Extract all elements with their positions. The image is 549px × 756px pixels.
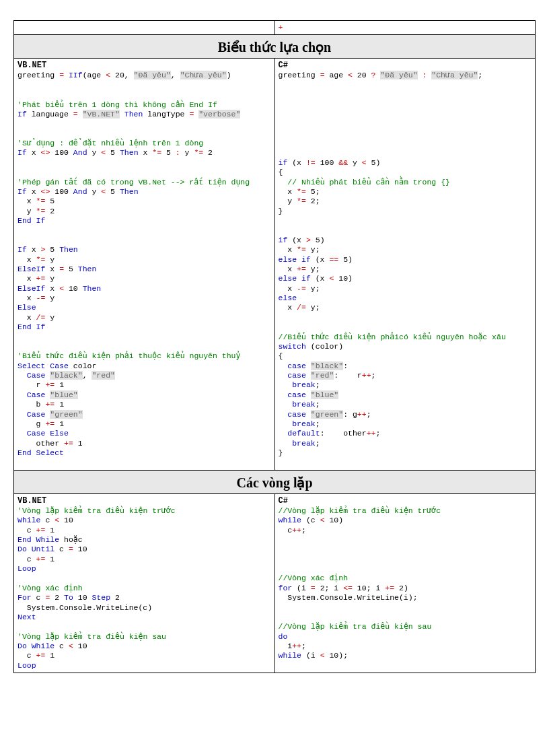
cs-loop-block: C# //Vòng lặp kiểm tra điều kiện trước w… (279, 496, 532, 661)
section2-vb-col: VB.NET 'Vòng lặp kiểm tra điều kiện trướ… (14, 494, 274, 673)
section2-cs-col: C# //Vòng lặp kiểm tra điều kiện trước w… (274, 494, 536, 673)
lang-label-vb: VB.NET (17, 61, 46, 70)
lang-label-cs: C# (279, 61, 288, 70)
lang-label-cs2: C# (279, 496, 288, 506)
section1-cs-col: C# greeting = age < 20 ? "Đã yêu" : "Chư… (274, 59, 536, 469)
plus-sign: + (279, 23, 532, 32)
vb-loop-block: VB.NET 'Vòng lặp kiểm tra điều kiện trướ… (17, 496, 271, 671)
section2-heading: Các vòng lặp (14, 471, 535, 494)
top-row: + (14, 21, 535, 35)
code-comparison-table: + Biểu thức lựa chọn VB.NET greeting = I… (13, 20, 536, 673)
section1-body: VB.NET greeting = IIf(age < 20, "Đã yêu"… (14, 59, 535, 470)
section1-vb-col: VB.NET greeting = IIf(age < 20, "Đã yêu"… (14, 59, 274, 469)
section2-body: VB.NET 'Vòng lặp kiểm tra điều kiện trướ… (14, 494, 535, 673)
vb-code-block: VB.NET greeting = IIf(age < 20, "Đã yêu"… (17, 61, 271, 467)
cs-code-block: C# greeting = age < 20 ? "Đã yêu" : "Chư… (279, 61, 532, 467)
top-right-cell: + (274, 21, 536, 34)
top-left-cell (14, 21, 274, 34)
lang-label-vb2: VB.NET (17, 496, 46, 506)
section1-heading: Biểu thức lựa chọn (14, 35, 535, 59)
